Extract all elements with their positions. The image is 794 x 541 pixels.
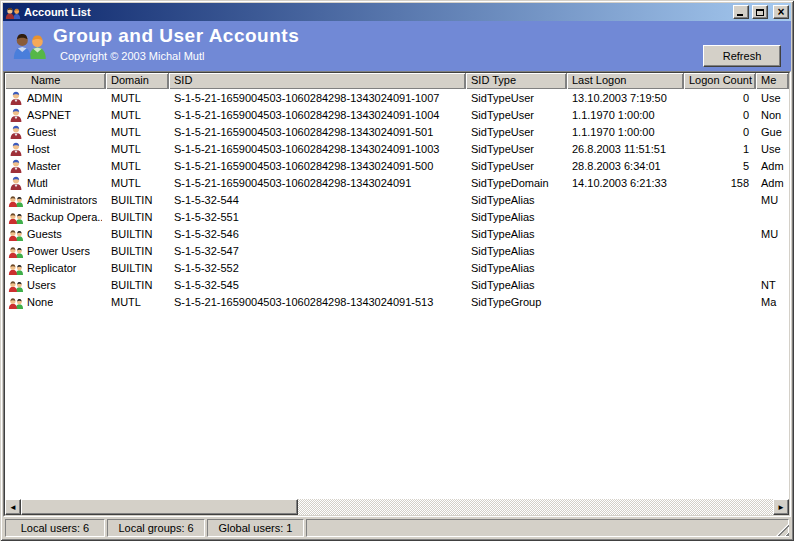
user-icon: [8, 107, 24, 123]
account-sid: S-1-5-21-1659004503-1060284298-134302409…: [169, 109, 466, 121]
listview-header: Name Domain SID SID Type Last Logon Logo…: [5, 73, 789, 89]
table-row[interactable]: None MUTL S-1-5-21-1659004503-1060284298…: [5, 293, 789, 310]
column-header-name[interactable]: Name: [5, 73, 106, 89]
account-name: None: [27, 296, 53, 308]
account-name: Host: [27, 143, 50, 155]
table-row[interactable]: ASPNET MUTL S-1-5-21-1659004503-10602842…: [5, 106, 789, 123]
account-sid: S-1-5-32-547: [169, 245, 466, 257]
account-name: Backup Opera...: [27, 211, 102, 223]
account-memo: MU: [756, 194, 789, 206]
table-row[interactable]: Administrators BUILTIN S-1-5-32-544 SidT…: [5, 191, 789, 208]
status-local-groups: Local groups: 6: [107, 519, 205, 537]
app-window: Account List × Group and User Accounts C…: [0, 0, 794, 541]
account-sid: S-1-5-21-1659004503-1060284298-134302409…: [169, 177, 466, 189]
minimize-icon: [737, 14, 743, 16]
column-header-memo[interactable]: Me: [756, 73, 789, 89]
account-memo: Adm: [756, 160, 789, 172]
minimize-button[interactable]: [733, 5, 749, 19]
account-last-logon: 26.8.2003 11:51:51: [567, 143, 684, 155]
account-domain: MUTL: [106, 92, 169, 104]
listview-rows: ADMIN MUTL S-1-5-21-1659004503-106028429…: [5, 89, 789, 499]
account-sid-type: SidTypeAlias: [466, 194, 567, 206]
table-row[interactable]: Backup Opera... BUILTIN S-1-5-32-551 Sid…: [5, 208, 789, 225]
account-memo: Adm: [756, 177, 789, 189]
group-icon: [8, 209, 24, 225]
account-name: Replicator: [27, 262, 77, 274]
table-row[interactable]: ADMIN MUTL S-1-5-21-1659004503-106028429…: [5, 89, 789, 106]
accounts-listview-border: Name Domain SID SID Type Last Logon Logo…: [3, 71, 791, 517]
app-icon: [5, 4, 21, 20]
account-sid: S-1-5-32-552: [169, 262, 466, 274]
table-row[interactable]: Users BUILTIN S-1-5-32-545 SidTypeAlias …: [5, 276, 789, 293]
account-sid-type: SidTypeAlias: [466, 245, 567, 257]
column-header-sid-type[interactable]: SID Type: [466, 73, 567, 89]
table-row[interactable]: Power Users BUILTIN S-1-5-32-547 SidType…: [5, 242, 789, 259]
scroll-left-button[interactable]: ◄: [5, 499, 21, 515]
arrow-left-icon: ◄: [9, 503, 17, 512]
column-header-last-logon[interactable]: Last Logon: [567, 73, 684, 89]
account-last-logon: 1.1.1970 1:00:00: [567, 126, 684, 138]
window-title: Account List: [24, 6, 730, 18]
account-sid: S-1-5-32-545: [169, 279, 466, 291]
account-domain: BUILTIN: [106, 279, 169, 291]
account-memo: Gue: [756, 126, 789, 138]
account-sid-type: SidTypeAlias: [466, 279, 567, 291]
account-domain: MUTL: [106, 177, 169, 189]
status-bar: Local users: 6 Local groups: 6 Global us…: [3, 517, 791, 538]
column-header-sid[interactable]: SID: [169, 73, 466, 89]
account-domain: MUTL: [106, 296, 169, 308]
account-logon-count: 158: [684, 177, 756, 189]
account-memo: Non: [756, 109, 789, 121]
account-logon-count: 5: [684, 160, 756, 172]
account-last-logon: 1.1.1970 1:00:00: [567, 109, 684, 121]
user-icon: [8, 141, 24, 157]
account-name: Mutl: [27, 177, 48, 189]
account-domain: BUILTIN: [106, 245, 169, 257]
account-sid-type: SidTypeGroup: [466, 296, 567, 308]
group-icon: [8, 294, 24, 310]
scrollbar-track[interactable]: [298, 499, 773, 515]
table-row[interactable]: Host MUTL S-1-5-21-1659004503-1060284298…: [5, 140, 789, 157]
scroll-right-button[interactable]: ►: [773, 499, 789, 515]
account-memo: Use: [756, 143, 789, 155]
close-button[interactable]: ×: [773, 5, 789, 19]
maximize-button[interactable]: [752, 5, 768, 19]
account-sid: S-1-5-21-1659004503-1060284298-134302409…: [169, 92, 466, 104]
user-icon: [8, 90, 24, 106]
account-logon-count: 0: [684, 92, 756, 104]
column-header-logon-count[interactable]: Logon Count: [684, 73, 756, 89]
account-sid: S-1-5-32-546: [169, 228, 466, 240]
copyright-text: Copyright © 2003 Michal Mutl: [60, 50, 204, 62]
status-global-users: Global users: 1: [207, 519, 304, 537]
column-header-domain[interactable]: Domain: [106, 73, 169, 89]
account-sid-type: SidTypeAlias: [466, 211, 567, 223]
table-row[interactable]: Guests BUILTIN S-1-5-32-546 SidTypeAlias…: [5, 225, 789, 242]
account-sid: S-1-5-21-1659004503-1060284298-134302409…: [169, 143, 466, 155]
account-memo: NT: [756, 279, 789, 291]
close-icon: ×: [777, 7, 784, 17]
account-sid-type: SidTypeUser: [466, 92, 567, 104]
group-icon: [8, 226, 24, 242]
account-name: Administrators: [27, 194, 97, 206]
account-sid-type: SidTypeUser: [466, 160, 567, 172]
status-local-users: Local users: 6: [5, 519, 105, 537]
horizontal-scrollbar: ◄ ►: [5, 499, 789, 515]
account-sid-type: SidTypeUser: [466, 126, 567, 138]
refresh-button[interactable]: Refresh: [703, 45, 781, 67]
account-sid-type: SidTypeAlias: [466, 228, 567, 240]
account-name: Guests: [27, 228, 62, 240]
account-sid-type: SidTypeUser: [466, 143, 567, 155]
account-logon-count: 0: [684, 126, 756, 138]
account-name: Guest: [27, 126, 56, 138]
table-row[interactable]: Guest MUTL S-1-5-21-1659004503-106028429…: [5, 123, 789, 140]
table-row[interactable]: Master MUTL S-1-5-21-1659004503-10602842…: [5, 157, 789, 174]
table-row[interactable]: Mutl MUTL S-1-5-21-1659004503-1060284298…: [5, 174, 789, 191]
page-title: Group and User Accounts: [53, 25, 299, 47]
account-domain: BUILTIN: [106, 194, 169, 206]
account-domain: BUILTIN: [106, 262, 169, 274]
title-bar[interactable]: Account List ×: [3, 3, 791, 21]
scrollbar-thumb[interactable]: [21, 499, 298, 515]
account-domain: BUILTIN: [106, 211, 169, 223]
table-row[interactable]: Replicator BUILTIN S-1-5-32-552 SidTypeA…: [5, 259, 789, 276]
account-memo: Use: [756, 92, 789, 104]
